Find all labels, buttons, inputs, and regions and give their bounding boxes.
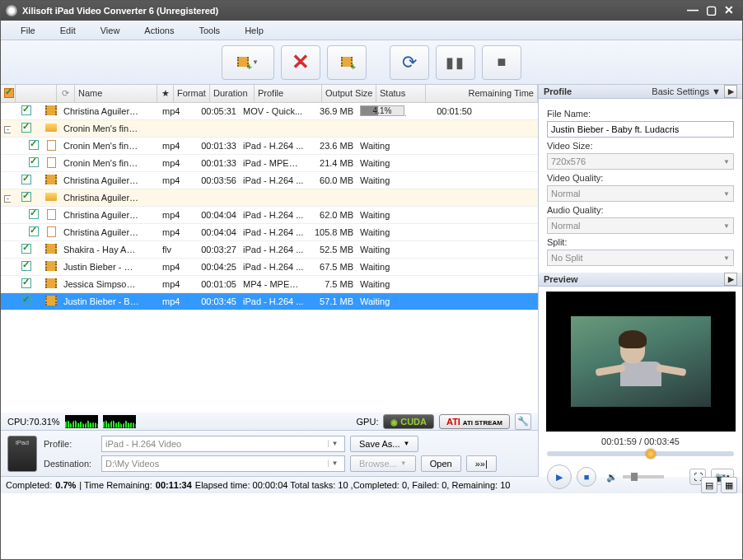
file-row[interactable]: Justin Bieber - Ne...mp400:04:25iPad - H… — [1, 259, 538, 276]
menu-file[interactable]: File — [17, 26, 57, 35]
volume-icon[interactable]: 🔉 — [606, 472, 618, 483]
save-as-button[interactable]: Save As... ▼ — [350, 436, 418, 452]
queue-button[interactable]: »»| — [466, 455, 497, 472]
col-profile[interactable]: Profile — [255, 85, 322, 102]
row-checkbox[interactable] — [21, 105, 31, 115]
tree-toggle[interactable]: - — [4, 195, 11, 203]
row-checkbox[interactable] — [21, 278, 31, 288]
row-checkbox[interactable] — [29, 226, 39, 236]
row-profile: iPad - H.264 ... — [240, 245, 307, 254]
profile-expand-button[interactable]: ▶ — [724, 85, 737, 98]
add-profile-button[interactable]: + — [327, 45, 367, 80]
col-remaining[interactable]: Remaining Time — [426, 85, 538, 102]
log-button[interactable]: ▤ — [701, 477, 717, 493]
row-checkbox[interactable] — [21, 192, 31, 202]
col-status[interactable]: Status — [376, 85, 426, 102]
stop-square-icon: ■ — [584, 472, 590, 482]
row-profile: iPad - H.264 ... — [240, 227, 307, 237]
add-file-button[interactable]: +▼ — [222, 45, 274, 80]
folder-row[interactable]: -Christina Aguilera ... — [1, 189, 538, 207]
basic-settings-link[interactable]: Basic Settings ▼ — [652, 86, 721, 96]
person-figure — [620, 334, 661, 386]
row-checkbox[interactable] — [29, 157, 39, 167]
convert-button[interactable]: ⟳ — [390, 45, 429, 80]
menu-actions[interactable]: Actions — [141, 26, 195, 35]
ipad-device-icon — [7, 436, 37, 472]
video-preview[interactable] — [546, 292, 736, 432]
doc-icon — [47, 209, 56, 220]
preview-expand-button[interactable]: ▶ — [724, 273, 737, 286]
menu-tools[interactable]: Tools — [195, 26, 241, 35]
file-row[interactable]: Cronin Men's final ...mp400:01:33iPad - … — [1, 155, 538, 172]
file-row[interactable]: Cronin Men's final ...mp400:01:33iPad - … — [1, 138, 538, 155]
row-format: mp4 — [159, 296, 195, 306]
row-profile: iPad - H.264 ... — [240, 296, 307, 306]
file-row[interactable]: Justin Bieber - Ba...mp400:03:45iPad - H… — [1, 293, 538, 310]
right-pane: Profile Basic Settings ▼ ▶ File Name: Vi… — [539, 85, 742, 477]
col-output-size[interactable]: Output Size — [322, 85, 376, 102]
menu-view[interactable]: View — [97, 26, 142, 35]
maximize-button[interactable]: ▢ — [703, 4, 719, 17]
file-row[interactable]: Christina Aguilera ...mp400:04:04iPad - … — [1, 207, 538, 224]
menu-edit[interactable]: Edit — [57, 26, 97, 35]
row-checkbox[interactable] — [21, 175, 31, 184]
row-checkbox[interactable] — [21, 123, 31, 133]
col-star[interactable]: ★ — [157, 85, 174, 102]
row-name: Christina Aguilera ... — [60, 210, 143, 220]
col-format[interactable]: Format — [174, 85, 210, 102]
file-row[interactable]: Christina Aguilera ...mp400:03:56iPad - … — [1, 172, 538, 189]
output-settings-row: Profile: iPad - H.264 Video▼ Save As... … — [1, 431, 538, 477]
destination-combo[interactable]: D:\My Videos▼ — [101, 455, 345, 472]
row-format: mp4 — [159, 106, 195, 116]
ati-badge[interactable]: ATI ATI STREAM — [439, 414, 510, 429]
split-select[interactable]: No Split▼ — [547, 250, 734, 266]
video-quality-select[interactable]: Normal▼ — [547, 185, 734, 202]
row-checkbox[interactable] — [21, 296, 31, 306]
col-loop-icon[interactable]: ⟳ — [57, 85, 75, 102]
seek-thumb[interactable] — [646, 449, 656, 459]
gpu-settings-button[interactable]: 🔧 — [515, 413, 531, 430]
row-size: 23.6 MB — [307, 141, 357, 151]
list-icon: ▤ — [705, 480, 713, 491]
col-duration[interactable]: Duration — [210, 85, 255, 102]
file-name-field[interactable] — [547, 121, 734, 138]
minimize-button[interactable]: — — [685, 4, 701, 17]
close-button[interactable]: ✕ — [721, 4, 737, 17]
row-status: Waiting — [357, 175, 406, 185]
dropdown-arrow-icon: ▼ — [252, 58, 259, 66]
row-checkbox[interactable] — [29, 140, 39, 150]
tree-toggle[interactable]: - — [4, 126, 11, 133]
stop-button[interactable]: ■ — [482, 45, 521, 80]
cuda-badge[interactable]: ◉ CUDA — [383, 414, 434, 429]
row-checkbox[interactable] — [21, 244, 31, 254]
row-duration: 00:03:27 — [195, 245, 240, 254]
file-row[interactable]: Jessica Simpson S...mp400:01:05MP4 - MPE… — [1, 276, 538, 293]
browse-button[interactable]: Browse... ▼ — [350, 455, 416, 472]
volume-slider[interactable] — [623, 475, 664, 478]
play-button[interactable]: ▶ — [547, 464, 572, 489]
profile-combo[interactable]: iPad - H.264 Video▼ — [101, 436, 345, 452]
video-size-select[interactable]: 720x576▼ — [547, 153, 734, 170]
audio-quality-select[interactable]: Normal▼ — [547, 217, 734, 234]
folder-row[interactable]: -Cronin Men's final ... — [1, 120, 538, 138]
remove-button[interactable]: ✕ — [281, 45, 320, 80]
help-button[interactable]: ▦ — [721, 477, 737, 493]
seek-slider[interactable] — [547, 451, 734, 456]
file-row[interactable]: Christina Aguilera ...mp400:05:31MOV - Q… — [1, 103, 538, 120]
col-check-all[interactable] — [1, 85, 16, 102]
time-remaining-label: | Time Remaining: — [79, 480, 152, 490]
file-row[interactable]: Christina Aguilera ...mp400:04:04iPad - … — [1, 224, 538, 241]
row-size: 52.5 MB — [307, 245, 357, 254]
file-row[interactable]: Shakira - Hay Amo...flv00:03:27iPad - H.… — [1, 241, 538, 259]
col-name[interactable]: Name — [75, 85, 157, 102]
grid-body[interactable]: Christina Aguilera ...mp400:05:31MOV - Q… — [1, 103, 538, 413]
menu-help[interactable]: Help — [241, 26, 285, 35]
cpu-label: CPU:70.31% — [7, 417, 60, 427]
row-checkbox[interactable] — [21, 261, 31, 271]
folder-icon — [45, 193, 57, 201]
pause-button[interactable]: ▮▮ — [436, 45, 475, 80]
open-button[interactable]: Open — [421, 455, 461, 472]
row-checkbox[interactable] — [29, 209, 39, 219]
stop-playback-button[interactable]: ■ — [577, 467, 596, 487]
grid-header: ⟳ Name ★ Format Duration Profile Output … — [1, 85, 538, 103]
